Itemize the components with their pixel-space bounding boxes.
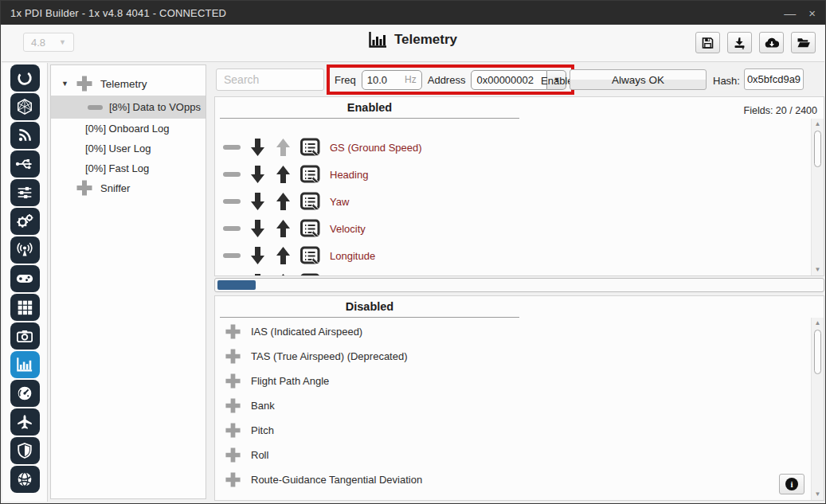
remove-field-icon[interactable] <box>223 165 241 184</box>
move-up-icon[interactable] <box>275 165 292 184</box>
enabled-row: Longitude <box>223 244 375 268</box>
tree-expander-icon[interactable]: ▼ <box>61 80 69 88</box>
add-field-icon[interactable] <box>225 447 241 463</box>
enabled-row: Heading <box>223 162 368 186</box>
scroll-up-icon[interactable]: ▲ <box>812 119 824 130</box>
disabled-field-label[interactable]: TAS (True Airspeed) (Deprecated) <box>251 350 408 362</box>
sidebar-item-camera[interactable] <box>10 322 40 350</box>
move-down-icon[interactable] <box>249 273 266 276</box>
scroll-down-icon[interactable]: ▼ <box>812 264 824 275</box>
move-up-icon[interactable] <box>275 273 292 276</box>
sidebar-item-safety[interactable] <box>10 437 40 464</box>
move-down-icon[interactable] <box>249 138 266 157</box>
move-down-icon[interactable] <box>249 219 266 238</box>
move-up-icon[interactable] <box>275 192 292 211</box>
sidebar-item-mesh[interactable] <box>10 93 40 120</box>
move-up-icon[interactable] <box>275 138 292 157</box>
enabled-field-label[interactable]: Heading <box>330 169 368 181</box>
enabled-scrollbar[interactable]: ▲ ▼ <box>811 119 824 275</box>
plus-icon <box>76 179 93 197</box>
save-button[interactable] <box>695 32 720 53</box>
disabled-field-label[interactable]: Flight Path Angle <box>251 375 329 387</box>
sidebar-item-platform[interactable] <box>10 408 40 436</box>
open-file-button[interactable] <box>791 32 816 53</box>
move-up-icon[interactable] <box>275 246 292 265</box>
tree-item-data-to-vopps[interactable]: [8%] Data to VOpps <box>51 96 206 119</box>
enable-condition-button[interactable]: Always OK <box>570 69 707 90</box>
tree-item-label: [0%] Fast Log <box>85 162 149 174</box>
save-icon <box>701 37 714 49</box>
add-field-icon[interactable] <box>225 373 241 389</box>
import-button[interactable] <box>727 32 752 53</box>
scroll-thumb[interactable] <box>217 280 256 290</box>
disabled-field-label[interactable]: Route-Guidance Tangential Deviation <box>251 474 422 486</box>
tree-item-telemetry[interactable]: ▼ Telemetry <box>51 73 206 94</box>
enabled-field-label[interactable]: Yaw <box>330 196 349 208</box>
scroll-thumb[interactable] <box>814 330 821 374</box>
remove-field-icon[interactable] <box>223 219 241 238</box>
tree-item-fast-log[interactable]: [0%] Fast Log <box>51 158 206 178</box>
sidebar-item-power[interactable] <box>10 64 40 92</box>
close-button[interactable]: × <box>808 7 816 19</box>
bar-chart-icon <box>369 32 387 48</box>
sidebar-item-tuning[interactable] <box>10 179 40 206</box>
enabled-field-label[interactable]: Velocity <box>330 223 366 235</box>
disabled-field-label[interactable]: Roll <box>251 449 268 461</box>
edit-list-icon[interactable] <box>300 219 321 238</box>
add-field-icon[interactable] <box>225 348 241 365</box>
edit-list-icon[interactable] <box>300 246 321 265</box>
tree-item-user-log[interactable]: [0%] User Log <box>51 139 206 158</box>
move-up-icon[interactable] <box>275 219 292 238</box>
info-button[interactable]: i <box>779 474 804 494</box>
edit-list-icon[interactable] <box>300 273 321 276</box>
add-field-icon[interactable] <box>225 397 241 414</box>
page-title-label: Telemetry <box>394 32 457 48</box>
move-down-icon[interactable] <box>249 246 266 265</box>
sidebar-item-hil[interactable] <box>10 380 40 407</box>
add-field-icon[interactable] <box>225 323 241 340</box>
sidebar-item-matrix[interactable] <box>10 294 40 321</box>
disabled-field-label[interactable]: Pitch <box>251 424 274 436</box>
remove-field-icon[interactable] <box>223 138 241 157</box>
remove-field-icon[interactable] <box>223 246 241 265</box>
sidebar-item-stick[interactable] <box>10 265 40 292</box>
scroll-up-icon[interactable]: ▲ <box>812 318 824 329</box>
edit-list-icon[interactable] <box>300 165 321 184</box>
remove-field-icon[interactable] <box>223 273 241 276</box>
search-input[interactable] <box>216 68 324 91</box>
sidebar-item-telemetry-stream[interactable] <box>10 122 40 149</box>
disabled-row: TAS (True Airspeed) (Deprecated) <box>225 347 408 365</box>
freq-field[interactable]: Hz <box>362 70 422 90</box>
move-down-icon[interactable] <box>249 165 266 184</box>
disabled-scrollbar[interactable]: ▲ ▼ <box>811 318 824 500</box>
add-field-icon[interactable] <box>225 422 241 439</box>
disabled-field-label[interactable]: IAS (Indicated Airspeed) <box>251 326 362 338</box>
scroll-thumb[interactable] <box>814 131 821 167</box>
tree-item-label: [0%] User Log <box>85 143 151 154</box>
scroll-down-icon[interactable]: ▼ <box>812 489 824 500</box>
disabled-row: Flight Path Angle <box>225 372 329 389</box>
enabled-field-label[interactable]: Longitude <box>330 250 375 262</box>
minimize-button[interactable]: — <box>784 7 796 19</box>
horizontal-scrollbar[interactable] <box>214 278 824 292</box>
sidebar-item-world[interactable] <box>10 466 40 493</box>
tree-item-onboard-log[interactable]: [0%] Onboard Log <box>51 119 206 139</box>
sidebar-item-telemetry[interactable] <box>10 351 40 378</box>
edit-list-icon[interactable] <box>300 192 321 211</box>
address-value[interactable]: 0x00000002 <box>471 70 547 90</box>
remove-field-icon[interactable] <box>223 192 241 211</box>
app-window: 1x PDI Builder - 1x v4.8 4041 - CONNECTE… <box>0 0 826 504</box>
freq-input[interactable] <box>367 74 399 86</box>
add-field-icon[interactable] <box>225 471 241 488</box>
enabled-field-label[interactable]: GS (Ground Speed) <box>330 142 422 154</box>
cloud-download-button[interactable] <box>759 32 784 53</box>
sidebar-item-comms[interactable] <box>10 236 40 264</box>
edit-list-icon[interactable] <box>300 138 321 157</box>
move-down-icon[interactable] <box>249 192 266 211</box>
tree-item-sniffer[interactable]: Sniffer <box>51 177 206 199</box>
info-icon: i <box>785 478 798 490</box>
sidebar-item-automations[interactable] <box>10 208 40 235</box>
window-title: 1x PDI Builder - 1x v4.8 4041 - CONNECTE… <box>10 7 771 19</box>
sidebar-item-usb[interactable] <box>10 150 40 178</box>
disabled-field-label[interactable]: Bank <box>251 400 275 412</box>
